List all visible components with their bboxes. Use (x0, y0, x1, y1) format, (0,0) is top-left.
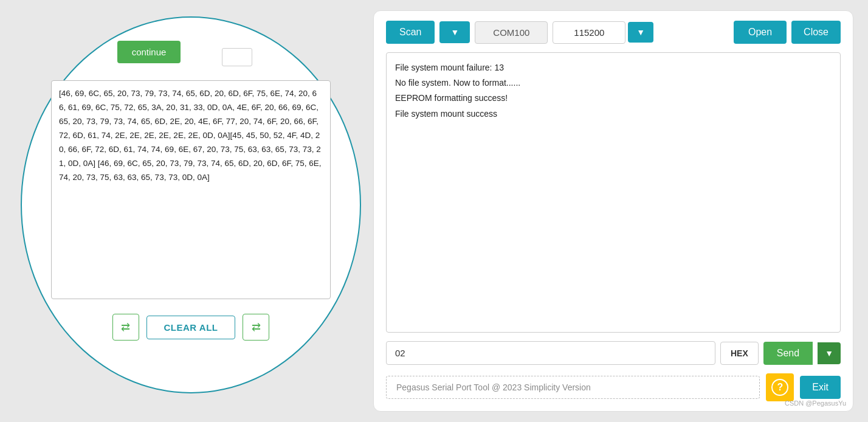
continue-button[interactable]: continue (117, 41, 181, 63)
footer-area: Pegasus Serial Port Tool @ 2023 Simplici… (386, 373, 841, 401)
bottom-buttons: ⇄ CLEAR ALL ⇄ (112, 314, 270, 341)
arrows-right-icon: ⇄ (252, 320, 261, 334)
baud-dropdown-button[interactable]: ▼ (628, 22, 653, 43)
right-arrows-button[interactable]: ⇄ (243, 314, 269, 341)
help-button[interactable]: ? (766, 373, 794, 401)
hex-toggle-button[interactable]: HEX (720, 342, 759, 365)
exit-button[interactable]: Exit (800, 376, 841, 399)
com-port-input[interactable] (475, 21, 548, 44)
baud-rate-input[interactable] (553, 21, 625, 44)
log-area: File system mount failure: 13No file sys… (386, 52, 841, 333)
left-panel: continue [46, 69, 6C, 65, 20, 73, 79, 73… (15, 10, 367, 412)
scan-button[interactable]: Scan (386, 21, 435, 44)
clear-all-button[interactable]: CLEAR ALL (146, 316, 236, 339)
left-arrows-button[interactable]: ⇄ (112, 314, 139, 341)
log-line: File system mount success (395, 106, 832, 122)
toolbar: Scan ▼ ▼ Open Close (386, 21, 841, 44)
send-area: HEX Send ▼ (386, 341, 841, 365)
send-button[interactable]: Send (763, 342, 813, 365)
continue-progress-bar (222, 48, 252, 66)
hex-display: [46, 69, 6C, 65, 20, 73, 79, 73, 74, 65,… (51, 80, 331, 299)
help-icon: ? (771, 379, 788, 396)
close-button[interactable]: Close (791, 21, 841, 44)
baud-dropdown-arrow-icon: ▼ (636, 27, 645, 37)
status-text: Pegasus Serial Port Tool @ 2023 Simplici… (386, 376, 760, 399)
send-dropdown-arrow-icon: ▼ (825, 348, 833, 358)
log-line: File system mount failure: 13 (395, 60, 832, 75)
open-button[interactable]: Open (734, 21, 787, 44)
send-dropdown-button[interactable]: ▼ (818, 342, 841, 364)
log-line: EEPROM formatting success! (395, 91, 832, 106)
scan-dropdown-arrow-icon: ▼ (450, 27, 459, 37)
right-panel: Scan ▼ ▼ Open Close File system mount fa… (373, 10, 853, 412)
watermark: CSDN @PegasusYu (785, 400, 846, 407)
send-input[interactable] (386, 341, 715, 365)
scan-dropdown-button[interactable]: ▼ (439, 21, 470, 43)
arrows-left-icon: ⇄ (121, 320, 130, 334)
log-line: No file system. Now to format...... (395, 75, 832, 91)
